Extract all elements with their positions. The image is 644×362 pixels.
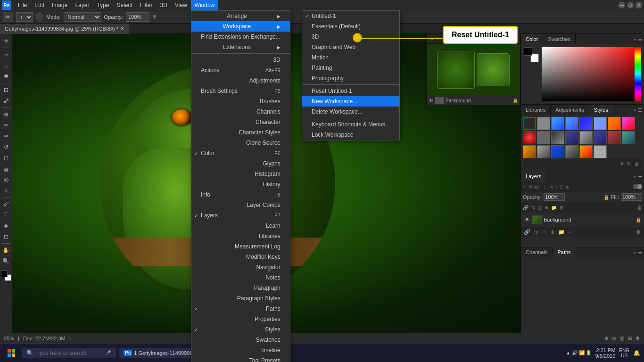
nav-menu[interactable]: ☰ [512,36,516,41]
menu-layer[interactable]: Layer [71,0,93,10]
tab-paths[interactable]: Paths [553,247,576,257]
style-item-0[interactable] [523,117,536,130]
workspace-submenu[interactable]: ✓ Untitled-1 Essentials (Default) 3D Gra… [302,10,400,140]
styles-delete[interactable]: 🗑 [635,161,639,166]
crop-tool[interactable]: ⊡ [1,85,11,95]
menu-item-measurement-log[interactable]: Measurement Log [191,241,290,252]
gradient-tool[interactable]: ▤ [1,164,11,174]
menu-item-color[interactable]: ✓ Color F6 [191,148,290,158]
menu-item-paths[interactable]: ✓ Paths [191,304,290,314]
style-item-9[interactable] [537,131,550,144]
layer-row-background[interactable]: 👁 Background 🔒 [522,214,643,226]
tab-swatches[interactable]: Swatches [543,34,576,44]
doc-tab[interactable]: GettyImages-1149999834.jpg @ 25% (RGB/8#… [0,24,129,34]
style-item-13[interactable] [594,131,607,144]
tab-libraries[interactable]: Libraries [521,105,551,115]
nav-expand[interactable]: » [430,36,433,41]
minimize-button[interactable]: — [619,2,625,8]
ws-item-lock-workspace[interactable]: Lock Workspace [302,130,399,140]
menu-window[interactable]: Window [191,0,219,10]
menu-item-swatches[interactable]: Swatches [191,335,290,345]
menu-item-timeline[interactable]: Timeline [191,345,290,355]
menu-item-notes[interactable]: Notes [191,272,290,283]
move-tool[interactable]: ✛ [1,36,11,46]
style-item-17[interactable] [537,145,550,158]
mode-select[interactable]: Normal [64,12,101,22]
style-item-5[interactable] [594,117,607,130]
type-tool[interactable]: T [1,210,11,220]
filter-pixel[interactable]: □ [545,184,547,189]
filter-vector[interactable]: ⬡ [560,184,564,189]
window-menu-dropdown[interactable]: Arrange ▶ Workspace ▶ Find Extensions on… [191,10,290,362]
layer-fill-input[interactable] [621,193,642,201]
healing-tool[interactable]: ⊕ [1,109,11,120]
menu-filter[interactable]: Filter [136,0,157,10]
menu-item-layer-comps[interactable]: Layer Comps [191,200,290,210]
layer-mask-icon[interactable]: ◻ [538,205,542,210]
layer-vis-bg[interactable]: 👁 [524,216,530,223]
style-item-10[interactable] [551,131,564,144]
path-tool[interactable]: ◈ [1,221,11,231]
style-item-14[interactable] [608,131,621,144]
styles-action-2[interactable]: ↻ [627,161,631,166]
color-gradient-container[interactable] [542,47,641,101]
menu-item-info[interactable]: Info F8 [191,189,290,200]
styles-action-1[interactable]: ↺ [619,161,623,166]
filter-fx[interactable]: fx [549,184,553,189]
marquee-tool[interactable]: ▭ [1,49,11,60]
hue-slider[interactable] [635,47,641,101]
layer-opacity-input[interactable] [544,193,565,201]
menu-item-character-styles[interactable]: Character Styles [191,127,290,138]
style-item-19[interactable] [565,145,578,158]
panel-menu-color[interactable]: ☰ [638,37,642,42]
menu-item-adjustments[interactable]: Adjustments [191,75,290,86]
filter-type[interactable]: T [555,184,558,189]
style-item-21[interactable] [594,145,607,158]
ws-item-untitled1[interactable]: ✓ Untitled-1 [302,11,399,21]
brush-tool[interactable]: ✏ [1,120,11,131]
menu-item-tool-presets[interactable]: Tool Presets [191,355,290,362]
ws-item-graphic-web[interactable]: Graphic and Web [302,42,399,52]
menu-3d[interactable]: 3D [156,0,171,10]
ws-item-reset[interactable]: Reset Untitled-1 [302,86,399,96]
tab-layers[interactable]: Layers [521,171,546,181]
style-item-18[interactable] [551,145,564,158]
menu-item-libraries[interactable]: Libraries [191,231,290,241]
ws-item-photography[interactable]: Photography [302,73,399,83]
taskbar-search[interactable]: 🔍 🎤 [22,348,116,358]
style-item-1[interactable] [537,117,550,130]
layer-fill-icon[interactable]: ⊕ [545,205,548,210]
menu-item-styles[interactable]: ✓ Styles [191,324,290,335]
blur-tool[interactable]: ◎ [1,174,11,185]
ws-item-painting[interactable]: Painting [302,63,399,73]
layers-delete-btn[interactable]: 🗑 [636,229,641,235]
menu-item-3d[interactable]: 3D [191,55,290,65]
ws-item-delete-workspace[interactable]: Delete Workspace... [302,107,399,117]
menu-edit[interactable]: Edit [31,0,48,10]
menu-item-arrange[interactable]: Arrange ▶ [191,11,290,21]
eraser-tool[interactable]: ◻ [1,153,11,163]
layer-group-icon[interactable]: ⊞ [560,205,563,210]
ws-item-keyboard-shortcuts[interactable]: Keyboard Shortcuts & Menus... [302,119,399,130]
tab-color[interactable]: Color [521,34,543,44]
menu-item-learn[interactable]: Learn [191,221,290,231]
history-brush-tool[interactable]: ↺ [1,142,11,152]
layer-folder-icon[interactable]: 📁 [551,205,557,210]
layer-fx-icon[interactable]: fx [531,205,535,210]
menu-file[interactable]: File [14,0,31,10]
panel-expand-layers[interactable]: » [633,174,636,179]
style-item-7[interactable] [622,117,635,130]
style-item-15[interactable] [622,131,635,144]
doc-tab-close[interactable]: ✕ [120,26,124,31]
panel-menu-styles[interactable]: ☰ [638,107,642,113]
pen-tool[interactable]: 🖊 [1,199,11,209]
menu-item-find-extensions[interactable]: Find Extensions on Exchange... [191,32,290,42]
panel-expand-styles[interactable]: » [633,107,636,113]
menu-select[interactable]: Select [113,0,136,10]
style-item-11[interactable] [565,131,578,144]
clone-tool[interactable]: ✂ [1,131,11,141]
lasso-tool[interactable]: ⌓ [1,60,11,71]
layer-delete-icon[interactable]: 🗑 [637,205,642,210]
eyedropper-tool[interactable]: 🖉 [1,96,11,106]
tool-preset-select[interactable]: ↕ [16,12,33,22]
